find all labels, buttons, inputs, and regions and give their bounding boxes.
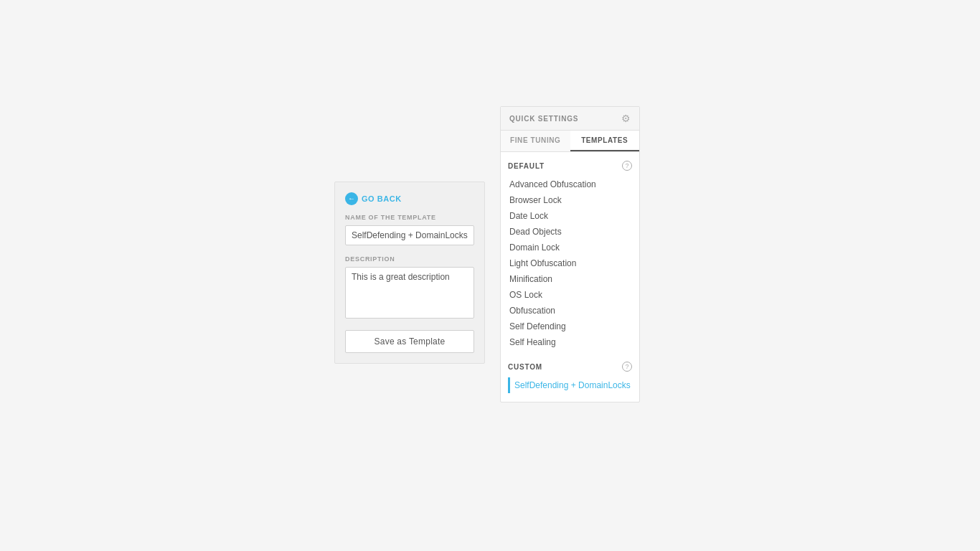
list-item[interactable]: Self Defending bbox=[508, 319, 632, 334]
default-template-list: Advanced Obfuscation Browser Lock Date L… bbox=[508, 176, 632, 350]
list-item[interactable]: Self Healing bbox=[508, 334, 632, 350]
gear-icon[interactable]: ⚙ bbox=[621, 113, 631, 124]
quick-settings-header: QUICK SETTINGS ⚙ bbox=[501, 107, 639, 131]
quick-settings-title: QUICK SETTINGS bbox=[509, 115, 578, 123]
custom-section: CUSTOM ? SelfDefending + DomainLocks bbox=[508, 362, 632, 393]
list-item[interactable]: Dead Objects bbox=[508, 224, 632, 240]
template-form-panel: GO BACK NAME OF THE TEMPLATE DESCRIPTION… bbox=[334, 182, 485, 364]
page-container: GO BACK NAME OF THE TEMPLATE DESCRIPTION… bbox=[0, 0, 980, 551]
list-item[interactable]: Minification bbox=[508, 271, 632, 287]
go-back-icon bbox=[345, 192, 358, 205]
list-item[interactable]: Obfuscation bbox=[508, 303, 632, 319]
description-section: DESCRIPTION This is a great description bbox=[345, 255, 474, 321]
templates-content: DEFAULT ? Advanced Obfuscation Browser L… bbox=[501, 152, 639, 402]
default-section-title: DEFAULT bbox=[508, 162, 545, 170]
default-help-icon[interactable]: ? bbox=[622, 161, 632, 171]
list-item[interactable]: OS Lock bbox=[508, 287, 632, 303]
list-item[interactable]: Date Lock bbox=[508, 208, 632, 224]
custom-template-list: SelfDefending + DomainLocks bbox=[508, 377, 632, 393]
custom-list-item[interactable]: SelfDefending + DomainLocks bbox=[508, 377, 632, 393]
go-back-link[interactable]: GO BACK bbox=[345, 192, 474, 205]
list-item[interactable]: Browser Lock bbox=[508, 192, 632, 208]
save-template-button[interactable]: Save as Template bbox=[345, 330, 474, 353]
list-item[interactable]: Domain Lock bbox=[508, 240, 632, 255]
custom-section-title: CUSTOM bbox=[508, 363, 542, 371]
description-textarea[interactable]: This is a great description bbox=[345, 267, 474, 319]
template-name-input[interactable] bbox=[345, 225, 474, 245]
custom-help-icon[interactable]: ? bbox=[622, 362, 632, 372]
description-section-label: DESCRIPTION bbox=[345, 255, 474, 263]
tab-fine-tuning[interactable]: FINE TUNING bbox=[501, 131, 570, 151]
tab-templates[interactable]: TEMPLATES bbox=[570, 131, 640, 151]
quick-settings-panel: QUICK SETTINGS ⚙ FINE TUNING TEMPLATES D… bbox=[500, 106, 640, 402]
list-item[interactable]: Light Obfuscation bbox=[508, 255, 632, 271]
list-item[interactable]: Advanced Obfuscation bbox=[508, 176, 632, 192]
custom-section-header: CUSTOM ? bbox=[508, 362, 632, 372]
default-section-header: DEFAULT ? bbox=[508, 161, 632, 171]
go-back-text: GO BACK bbox=[362, 194, 402, 203]
tabs-row: FINE TUNING TEMPLATES bbox=[501, 131, 639, 152]
name-section-label: NAME OF THE TEMPLATE bbox=[345, 214, 474, 221]
